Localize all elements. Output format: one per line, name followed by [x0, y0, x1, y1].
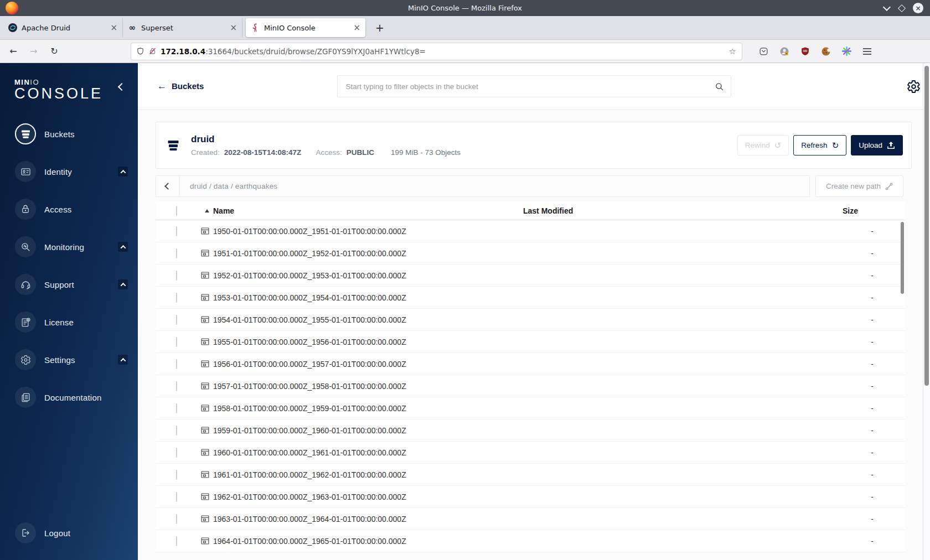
tab-minio-console[interactable]: MinIO Console × [246, 18, 365, 37]
search-input[interactable] [346, 82, 715, 91]
object-name[interactable]: 1959-01-01T00:00:00.000Z_1960-01-01T00:0… [213, 426, 406, 435]
insecure-lock-icon[interactable] [148, 47, 157, 55]
tab-apache-druid[interactable]: Apache Druid × [3, 18, 123, 37]
table-row[interactable]: 1950-01-01T00:00:00.000Z_1951-01-01T00:0… [156, 220, 905, 242]
ublock-icon[interactable]: UO [800, 46, 810, 56]
row-checkbox[interactable] [176, 403, 177, 413]
filter-objects-search[interactable] [337, 75, 731, 97]
account-extension-icon[interactable] [779, 46, 789, 56]
row-checkbox[interactable] [176, 271, 177, 281]
row-checkbox[interactable] [176, 293, 177, 303]
url-bar[interactable]: 172.18.0.4:31664/buckets/druid/browse/ZG… [131, 43, 742, 60]
sidebar-item-license[interactable]: License [15, 309, 128, 335]
row-checkbox[interactable] [176, 470, 177, 480]
object-name[interactable]: 1957-01-01T00:00:00.000Z_1958-01-01T00:0… [213, 382, 406, 391]
object-name[interactable]: 1951-01-01T00:00:00.000Z_1952-01-01T00:0… [213, 249, 406, 258]
row-checkbox[interactable] [176, 536, 177, 546]
created-label: Created: [191, 148, 220, 157]
create-new-path-button[interactable]: Create new path [815, 175, 903, 197]
column-header-last-modified[interactable]: Last Modified [523, 206, 823, 215]
tab-close-icon[interactable]: × [353, 24, 360, 32]
row-checkbox[interactable] [176, 337, 177, 347]
tab-close-icon[interactable]: × [230, 24, 237, 32]
new-tab-button[interactable]: + [375, 22, 384, 34]
table-row[interactable]: 1960-01-01T00:00:00.000Z_1961-01-01T00:0… [156, 442, 905, 464]
create-path-icon [885, 183, 893, 190]
object-name[interactable]: 1952-01-01T00:00:00.000Z_1953-01-01T00:0… [213, 271, 406, 280]
column-header-size[interactable]: Size [823, 206, 905, 215]
table-row[interactable]: 1956-01-01T00:00:00.000Z_1957-01-01T00:0… [156, 353, 905, 375]
chevron-up-icon[interactable] [118, 167, 128, 177]
table-row[interactable]: 1959-01-01T00:00:00.000Z_1960-01-01T00:0… [156, 419, 905, 442]
window-maximize-icon[interactable] [898, 4, 906, 12]
breadcrumb[interactable]: druid / data / earthquakes [180, 182, 277, 190]
sidebar-item-documentation[interactable]: Documentation [15, 384, 128, 411]
object-name[interactable]: 1960-01-01T00:00:00.000Z_1961-01-01T00:0… [213, 448, 406, 457]
tab-bar: Apache Druid × ∞ Superset × MinIO Consol… [0, 16, 930, 40]
object-name[interactable]: 1958-01-01T00:00:00.000Z_1959-01-01T00:0… [213, 404, 406, 413]
table-row[interactable]: 1952-01-01T00:00:00.000Z_1953-01-01T00:0… [156, 265, 905, 287]
sidebar-item-access[interactable]: Access [15, 196, 128, 222]
pocket-icon[interactable] [759, 46, 768, 56]
row-checkbox[interactable] [176, 248, 177, 258]
row-checkbox[interactable] [176, 315, 177, 325]
object-name[interactable]: 1954-01-01T00:00:00.000Z_1955-01-01T00:0… [213, 315, 406, 324]
page-scrollbar-thumb[interactable] [924, 66, 929, 386]
page-scrollbar[interactable] [923, 63, 930, 560]
upload-button[interactable]: Upload [851, 135, 903, 155]
tab-superset[interactable]: ∞ Superset × [123, 18, 242, 37]
table-row[interactable]: 1953-01-01T00:00:00.000Z_1954-01-01T00:0… [156, 287, 905, 309]
chevron-up-icon[interactable] [118, 355, 128, 365]
object-name[interactable]: 1956-01-01T00:00:00.000Z_1957-01-01T00:0… [213, 360, 406, 369]
table-row[interactable]: 1955-01-01T00:00:00.000Z_1956-01-01T00:0… [156, 331, 905, 353]
table-row[interactable]: 1954-01-01T00:00:00.000Z_1955-01-01T00:0… [156, 309, 905, 331]
shield-permissions-icon[interactable] [136, 47, 144, 55]
table-row[interactable]: 1961-01-01T00:00:00.000Z_1962-01-01T00:0… [156, 464, 905, 486]
object-name[interactable]: 1963-01-01T00:00:00.000Z_1964-01-01T00:0… [213, 515, 406, 523]
object-name[interactable]: 1962-01-01T00:00:00.000Z_1963-01-01T00:0… [213, 492, 406, 501]
table-row[interactable]: 1958-01-01T00:00:00.000Z_1959-01-01T00:0… [156, 397, 905, 419]
table-scrollbar-thumb[interactable] [901, 222, 904, 294]
back-button[interactable]: ← [8, 46, 19, 56]
row-checkbox[interactable] [176, 226, 177, 236]
chevron-up-icon[interactable] [118, 279, 128, 289]
row-checkbox[interactable] [176, 492, 177, 502]
window-close-icon[interactable]: × [913, 3, 923, 13]
table-row[interactable]: 1962-01-01T00:00:00.000Z_1963-01-01T00:0… [156, 486, 905, 508]
path-back-button[interactable] [156, 176, 180, 196]
row-checkbox[interactable] [176, 381, 177, 391]
hamburger-menu-icon[interactable] [862, 48, 872, 55]
sidebar-item-support[interactable]: Support [15, 271, 128, 298]
sidebar-item-identity[interactable]: Identity [15, 158, 128, 185]
column-header-name[interactable]: Name [200, 206, 523, 215]
refresh-button[interactable]: Refresh↻ [793, 135, 846, 155]
sidebar-item-buckets[interactable]: Buckets [15, 121, 128, 147]
sidebar-item-monitoring[interactable]: Monitoring [15, 234, 128, 260]
table-row[interactable]: 1964-01-01T00:00:00.000Z_1965-01-01T00:0… [156, 530, 905, 552]
multi-account-asterisk-icon[interactable] [842, 46, 851, 56]
bookmark-star-icon[interactable]: ☆ [729, 46, 736, 56]
row-checkbox[interactable] [176, 448, 177, 458]
reload-button[interactable]: ↻ [49, 46, 60, 56]
chevron-up-icon[interactable] [118, 242, 128, 252]
object-name[interactable]: 1950-01-01T00:00:00.000Z_1951-01-01T00:0… [213, 227, 406, 236]
sidebar-item-logout[interactable]: Logout [15, 520, 128, 546]
row-checkbox[interactable] [176, 426, 177, 435]
back-to-buckets-link[interactable]: ← Buckets [157, 81, 204, 92]
object-name[interactable]: 1955-01-01T00:00:00.000Z_1956-01-01T00:0… [213, 338, 406, 346]
table-row[interactable]: 1963-01-01T00:00:00.000Z_1964-01-01T00:0… [156, 508, 905, 530]
select-all-checkbox[interactable] [176, 206, 177, 216]
object-name[interactable]: 1953-01-01T00:00:00.000Z_1954-01-01T00:0… [213, 293, 406, 302]
tab-close-icon[interactable]: × [110, 24, 117, 32]
settings-gear-icon[interactable] [907, 80, 921, 94]
row-checkbox[interactable] [176, 514, 177, 524]
rewind-button[interactable]: Rewind↺ [737, 135, 789, 155]
object-name[interactable]: 1961-01-01T00:00:00.000Z_1962-01-01T00:0… [213, 470, 406, 479]
table-row[interactable]: 1951-01-01T00:00:00.000Z_1952-01-01T00:0… [156, 242, 905, 265]
forward-button[interactable]: → [28, 46, 39, 56]
object-name[interactable]: 1964-01-01T00:00:00.000Z_1965-01-01T00:0… [213, 537, 406, 546]
sidebar-item-settings[interactable]: Settings [15, 346, 128, 373]
row-checkbox[interactable] [176, 359, 177, 369]
cookie-icon[interactable] [821, 46, 831, 56]
table-row[interactable]: 1957-01-01T00:00:00.000Z_1958-01-01T00:0… [156, 375, 905, 397]
